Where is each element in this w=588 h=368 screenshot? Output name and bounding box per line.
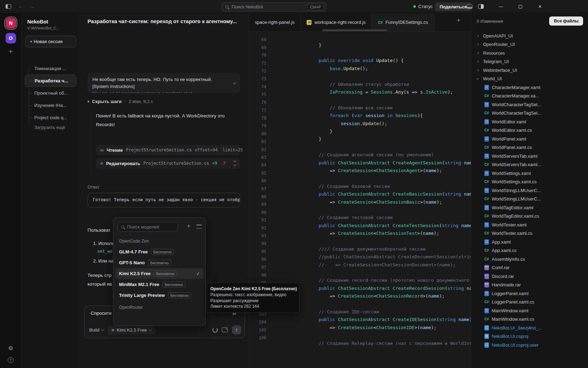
load-more-sessions-button[interactable]: Загрузить ещё: [34, 125, 65, 130]
file-tree-item[interactable]: CharacterManager.xa...: [471, 92, 588, 101]
filter-sliders-icon[interactable]: [196, 225, 202, 229]
file-tree-item[interactable]: Comf.rar: [471, 264, 588, 272]
model-name: Trinity Large Preview: [119, 293, 165, 298]
file-tree-item[interactable]: MainWindow.xaml.cs: [471, 315, 588, 324]
model-option[interactable]: Kimi K2.5 Free Бесплатно ✓: [115, 268, 203, 279]
file-tree-item[interactable]: WorldTester.xaml: [471, 220, 588, 229]
file-tree-item[interactable]: NekoBot.UI_3aezj4no_...: [471, 323, 588, 332]
back-button[interactable]: ←: [18, 3, 23, 9]
code-editor-panel: space-right-panel.js workspace-right-rec…: [248, 13, 471, 368]
add-model-button[interactable]: +: [187, 223, 190, 230]
horizontal-scrollbar[interactable]: [322, 29, 387, 31]
all-files-filter-button[interactable]: Все файлы: [549, 16, 583, 26]
model-search-input[interactable]: Поиск моделей: [118, 222, 178, 232]
right-panel-toggle-icon[interactable]: [478, 4, 484, 9]
file-tree-item[interactable]: WorldTester.xaml.cs: [471, 229, 588, 238]
session-list-item[interactable]: Токенизация ...: [22, 62, 79, 75]
line-number: 97: [249, 265, 266, 270]
file-tree-item[interactable]: Discord.rar: [471, 272, 588, 281]
file-tree-item[interactable]: App.xaml: [471, 238, 588, 246]
new-tab-button[interactable]: +: [451, 17, 466, 24]
composer-draft-text[interactable]: Спросите: [91, 311, 112, 316]
file-tree-item[interactable]: WorldServersTab.xaml: [471, 152, 588, 161]
file-tree-item[interactable]: App.xaml.cs: [471, 246, 588, 255]
sidebar-toggle-icon[interactable]: [6, 4, 11, 9]
model-option[interactable]: GPT-5 Nano Бесплатно ✓: [115, 257, 203, 268]
mode-selector[interactable]: Build: [89, 327, 104, 333]
file-tree-item[interactable]: WorldSettings.xaml: [471, 169, 588, 178]
file-tree-item[interactable]: CharacterManager.xaml: [471, 83, 588, 92]
bottom-panel-toggle-icon[interactable]: [467, 4, 472, 9]
editor-tab[interactable]: workspace-right-record.js: [301, 13, 372, 31]
line-number: 81: [249, 139, 266, 144]
chevron-down-icon[interactable]: [233, 81, 237, 84]
session-list-item[interactable]: Проектный об...: [22, 87, 79, 99]
new-session-button[interactable]: + Новая сессия: [25, 36, 76, 47]
file-tree-item[interactable]: NekoBot.UI.csproj.user: [471, 341, 588, 349]
model-option[interactable]: GLM-4.7 Free Бесплатно ✓: [115, 246, 203, 257]
file-tree-item[interactable]: Telegram_UI: [471, 57, 588, 66]
expand-collapse-icon[interactable]: [234, 161, 236, 166]
tool-result-box[interactable]: Готово! Теперь если путь не задан явно -…: [88, 193, 240, 207]
workspace-avatar[interactable]: O: [6, 33, 16, 43]
add-workspace-button[interactable]: +: [0, 48, 21, 55]
share-button[interactable]: Поделиться: [435, 2, 471, 11]
tool-call-edit[interactable]: ≡ Редактировать ProjectStructureSection.…: [96, 158, 240, 169]
file-tree-item[interactable]: LoggerPanel.xaml.cs: [471, 298, 588, 307]
file-tree-item[interactable]: WorldTagEditor.xaml: [471, 203, 588, 212]
file-tree-item[interactable]: WorldServersTab.xaml...: [471, 161, 588, 169]
file-tree-item[interactable]: OpenAIAPI_UI: [471, 32, 588, 40]
file-tree-item[interactable]: Handmade.rar: [471, 281, 588, 289]
file-tree-item[interactable]: MainWindow.xaml: [471, 306, 588, 315]
status-indicator[interactable]: Статус: [413, 4, 433, 9]
app-window: ← → Поиск NekoBot Ctrl+P Статус Поделить…: [0, 0, 588, 368]
file-tree-item[interactable]: WorldEditor.xaml.cs: [471, 126, 588, 135]
file-name: WorldPanel.xaml: [492, 136, 526, 142]
file-name: OpenAIAPI_UI: [483, 33, 513, 39]
model-option[interactable]: MiniMax M2.1 Free Бесплатно ✓: [115, 279, 203, 290]
send-button[interactable]: ↑: [232, 325, 241, 334]
file-tree-item[interactable]: WorldTagEditor.xaml.cs: [471, 212, 588, 221]
attach-image-icon[interactable]: [222, 327, 228, 332]
file-tree-item[interactable]: WorldStringLLMUserC...: [471, 186, 588, 195]
forward-button[interactable]: →: [29, 3, 35, 9]
model-name: GLM-4.7 Free: [119, 249, 148, 254]
file-tree-item[interactable]: OpenRouter_UI: [471, 40, 588, 49]
file-tree-item[interactable]: WorldPanel.xaml.cs: [471, 143, 588, 152]
model-selector[interactable]: ≡ Kimi K2.5 Free: [108, 326, 155, 334]
steps-toggle[interactable]: ▾ Скрыть шаги · 2 мин, 9,2 с: [88, 99, 153, 104]
close-button[interactable]: ×: [534, 0, 546, 13]
file-tree-item[interactable]: WebInterface_UI: [471, 66, 588, 75]
file-tree-item[interactable]: NekoBot.UI.csproj: [471, 332, 588, 341]
editor-tab[interactable]: space-right-panel.js: [249, 13, 301, 31]
file-tree-item[interactable]: WorldSettings.xaml.cs: [471, 178, 588, 186]
session-list-item[interactable]: Разработка ч...: [25, 75, 76, 87]
file-tree-item[interactable]: WorldStringLLMUserC...: [471, 195, 588, 204]
global-search-input[interactable]: Поиск NekoBot Ctrl+P: [222, 2, 327, 12]
file-tree-item[interactable]: WorldEditor.xaml: [471, 117, 588, 126]
session-list-item[interactable]: Project code q...: [22, 111, 79, 124]
line-number: 98: [249, 273, 266, 278]
file-tree-item[interactable]: AssemblyInfo.cs: [471, 255, 588, 264]
tab-label: FunnyIDESettings.cs: [385, 20, 428, 25]
settings-gear-icon[interactable]: ⚙: [0, 345, 21, 352]
workspace-avatar[interactable]: N: [6, 18, 16, 28]
tool-call-read[interactable]: ∞ Чтение ProjectStructureSection.cs offs…: [96, 145, 240, 155]
editor-tab[interactable]: FunnyIDESettings.cs: [372, 13, 434, 31]
file-tree-item[interactable]: WorldCharacterTagSel...: [471, 100, 588, 109]
file-tree-item[interactable]: Resources: [471, 49, 588, 57]
changes-filter-button[interactable]: 0 Изменения: [477, 19, 503, 24]
file-tree-item[interactable]: WorldCharacterTagSel...: [471, 109, 588, 118]
file-tree-item[interactable]: LoggerPanel.xaml: [471, 289, 588, 298]
file-tree-item[interactable]: World_UI: [471, 75, 588, 83]
file-name: App.xaml: [492, 239, 511, 245]
session-list-item[interactable]: Изучение IHa...: [22, 99, 79, 111]
help-icon[interactable]: ?: [8, 357, 14, 363]
maximize-button[interactable]: [514, 0, 526, 13]
status-dot-icon: [413, 5, 416, 8]
minimize-button[interactable]: [495, 0, 507, 13]
model-option[interactable]: Trinity Large Preview Бесплатно ✓: [115, 290, 203, 301]
quoted-message[interactable]: Не вообще там есть теперь. НО. Путь то н…: [88, 73, 240, 93]
file-tree-item[interactable]: WorldPanel.xaml: [471, 135, 588, 143]
code-area[interactable]: 68 } 69 70 public override void Update()…: [249, 32, 471, 368]
